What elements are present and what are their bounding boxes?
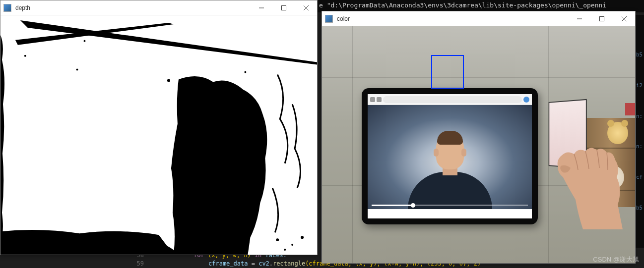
svg-point-11 — [167, 79, 170, 82]
terminal-side-fragments: b5 i2 n: n: cf b5 — [635, 15, 644, 248]
svg-rect-1 — [281, 5, 286, 10]
svg-point-8 — [284, 249, 286, 251]
svg-point-9 — [83, 40, 85, 42]
svg-rect-15 — [599, 16, 604, 21]
svg-point-6 — [291, 244, 293, 246]
svg-point-7 — [301, 236, 304, 239]
depth-window: depth — [0, 0, 318, 255]
video-progress-bar — [372, 205, 528, 206]
color-window: color — [322, 11, 636, 264]
line-number: 59 — [0, 260, 154, 267]
minimize-button[interactable] — [250, 0, 272, 15]
color-titlebar[interactable]: color — [322, 11, 635, 26]
face-detection-box — [431, 55, 464, 89]
color-title: color — [336, 15, 568, 22]
depth-image-content — [0, 15, 317, 255]
svg-point-13 — [76, 69, 78, 71]
person-portrait — [405, 130, 495, 209]
depth-titlebar[interactable]: depth — [0, 0, 317, 15]
svg-point-12 — [244, 71, 246, 73]
opencv-icon — [325, 15, 333, 23]
svg-point-10 — [24, 55, 26, 57]
hand — [553, 140, 623, 229]
tablet-browser-bar — [368, 94, 532, 105]
maximize-button[interactable] — [590, 11, 613, 26]
depth-title: depth — [14, 4, 250, 11]
tablet-photo — [368, 105, 532, 209]
color-image-content — [322, 26, 635, 263]
opencv-icon — [3, 4, 11, 12]
maximize-button[interactable] — [272, 0, 295, 15]
shelf-tag — [625, 103, 635, 115]
tablet-device — [362, 88, 538, 224]
svg-point-5 — [276, 238, 279, 241]
minimize-button[interactable] — [568, 11, 590, 26]
watermark: CSDN @谢大旭 — [593, 255, 639, 264]
close-button[interactable] — [613, 11, 635, 26]
close-button[interactable] — [295, 0, 317, 15]
